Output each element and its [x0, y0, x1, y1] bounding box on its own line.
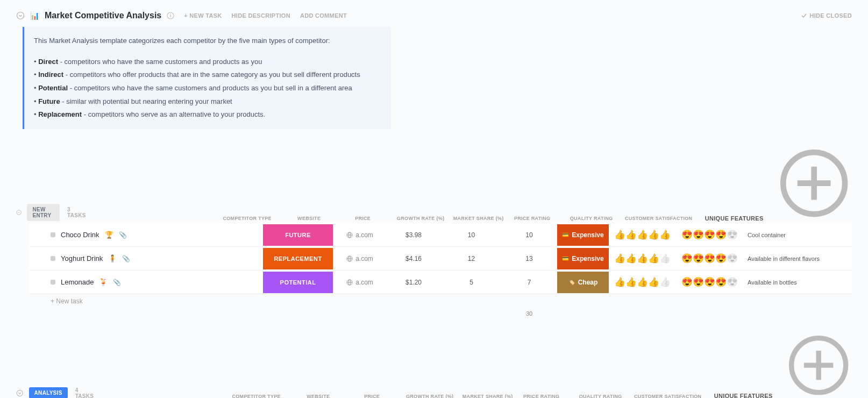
status-square[interactable] [51, 232, 55, 237]
description-item: • Potential - competitors who have the s… [34, 82, 381, 95]
features-cell[interactable]: Available in different flavors [744, 255, 822, 262]
status-square[interactable] [51, 280, 55, 285]
group-block: ANALYSIS4 TASKSCOMPETITOR TYPEWEBSITEPRI… [16, 332, 852, 398]
new-task-button[interactable]: + NEW TASK [184, 12, 222, 19]
task-name[interactable]: Yoghurt Drink [61, 254, 103, 262]
share-sum: 30 [502, 308, 556, 319]
hide-closed-button[interactable]: HIDE CLOSED [801, 12, 852, 19]
info-icon[interactable] [167, 12, 174, 19]
group-block: NEW ENTRY3 TASKSCOMPETITOR TYPEWEBSITEPR… [16, 145, 852, 319]
svg-point-4 [17, 210, 21, 215]
quality-rating[interactable]: 👍👍👍👍👍 [610, 253, 674, 264]
description-item: • Future - similar with potential but ne… [34, 95, 381, 109]
status-square[interactable] [51, 256, 55, 261]
svg-point-2 [170, 13, 171, 15]
competitor-type-badge[interactable]: POTENTIAL [263, 272, 333, 293]
group-task-count: 4 TASKS [75, 387, 95, 398]
price-cell[interactable]: $1.20 [387, 279, 440, 286]
add-column-icon[interactable] [776, 145, 852, 221]
task-name[interactable]: Lemonade [61, 278, 94, 286]
website-cell[interactable]: a.com [333, 279, 387, 286]
growth-cell[interactable]: 5 [440, 279, 502, 286]
price-rating-badge[interactable]: 💳Expensive [557, 224, 609, 246]
group-task-count: 3 TASKS [67, 207, 86, 218]
attachment-icon[interactable]: 📎 [119, 231, 127, 239]
globe-icon [346, 232, 353, 238]
features-cell[interactable]: Available in bottles [744, 279, 822, 286]
group-header: NEW ENTRY3 TASKS [16, 204, 86, 221]
check-icon [801, 12, 807, 19]
page-title: Market Competitive Analysis [45, 11, 161, 20]
growth-cell[interactable]: 10 [440, 231, 502, 239]
group-status-badge[interactable]: ANALYSIS [29, 387, 68, 398]
column-headers: COMPETITOR TYPEWEBSITEPRICEGROWTH RATE (… [86, 214, 772, 223]
hide-description-button[interactable]: HIDE DESCRIPTION [232, 12, 290, 19]
description-item: • Indirect - competitors who offer produ… [34, 68, 381, 82]
svg-point-17 [17, 390, 23, 396]
description-item: • Replacement - competitors who serve as… [34, 108, 381, 122]
globe-icon [346, 255, 353, 262]
collapse-icon[interactable] [16, 389, 24, 397]
svg-rect-3 [170, 15, 171, 17]
satisfaction-rating[interactable]: 😍😍😍😍😍 [674, 253, 744, 264]
features-cell[interactable]: Cool container [744, 231, 822, 239]
table-row[interactable]: Choco Drink🏆📎FUTUREa.com$3.981010💳Expens… [29, 223, 852, 247]
attachment-icon[interactable]: 📎 [122, 255, 130, 262]
list-icon: 📊 [30, 11, 39, 20]
page-header: 📊 Market Competitive Analysis + NEW TASK… [16, 11, 852, 20]
task-name[interactable]: Choco Drink [61, 231, 99, 239]
svg-point-0 [17, 12, 24, 19]
quality-rating[interactable]: 👍👍👍👍👍 [610, 229, 674, 240]
add-comment-button[interactable]: ADD COMMENT [300, 12, 347, 19]
price-rating-badge[interactable]: 💳Expensive [557, 248, 609, 269]
share-cell[interactable]: 7 [502, 279, 556, 286]
table-row[interactable]: Yoghurt Drink🧍📎REPLACEMENTa.com$4.161213… [29, 247, 852, 271]
attachment-icon[interactable]: 📎 [113, 279, 121, 286]
add-column-icon[interactable] [785, 332, 852, 398]
group-status-badge[interactable]: NEW ENTRY [27, 204, 60, 221]
description-intro: This Market Analysis template categorize… [34, 34, 381, 48]
price-rating-badge[interactable]: 🏷️Cheap [557, 272, 609, 293]
growth-cell[interactable]: 12 [440, 255, 502, 262]
group-header: ANALYSIS4 TASKS [16, 387, 95, 398]
description-item: • Direct - competitors who have the same… [34, 55, 381, 69]
share-cell[interactable]: 10 [502, 231, 556, 239]
new-task-row[interactable]: + New task [29, 294, 852, 308]
website-cell[interactable]: a.com [333, 255, 387, 262]
task-emoji: 🏆 [105, 231, 113, 239]
competitor-type-badge[interactable]: FUTURE [263, 224, 333, 246]
price-cell[interactable]: $4.16 [387, 255, 440, 262]
collapse-icon[interactable] [16, 11, 25, 20]
price-cell[interactable]: $3.98 [387, 231, 440, 239]
quality-rating[interactable]: 👍👍👍👍👍 [610, 276, 674, 288]
task-emoji: 🧍 [108, 254, 117, 262]
satisfaction-rating[interactable]: 😍😍😍😍😍 [674, 229, 744, 240]
collapse-icon[interactable] [16, 208, 22, 217]
table-row[interactable]: Lemonade🍹📎POTENTIALa.com$1.2057🏷️Cheap👍👍… [29, 271, 852, 294]
satisfaction-rating[interactable]: 😍😍😍😍😍 [674, 276, 744, 288]
globe-icon [346, 279, 353, 286]
website-cell[interactable]: a.com [333, 231, 387, 239]
description-list: • Direct - competitors who have the same… [34, 55, 381, 122]
description-box: This Market Analysis template categorize… [23, 27, 391, 129]
share-cell[interactable]: 13 [502, 255, 556, 262]
task-emoji: 🍹 [99, 278, 108, 286]
competitor-type-badge[interactable]: REPLACEMENT [263, 248, 333, 269]
column-headers: COMPETITOR TYPEWEBSITEPRICEGROWTH RATE (… [95, 391, 781, 398]
